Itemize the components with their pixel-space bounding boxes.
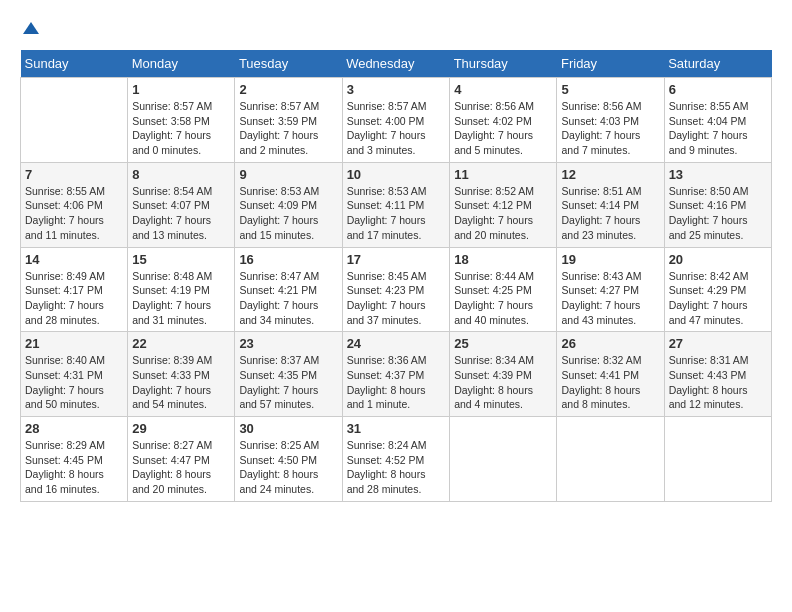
day-info: Sunrise: 8:40 AM Sunset: 4:31 PM Dayligh… (25, 353, 123, 412)
calendar-cell: 31Sunrise: 8:24 AM Sunset: 4:52 PM Dayli… (342, 417, 450, 502)
calendar-cell: 30Sunrise: 8:25 AM Sunset: 4:50 PM Dayli… (235, 417, 342, 502)
calendar-cell: 24Sunrise: 8:36 AM Sunset: 4:37 PM Dayli… (342, 332, 450, 417)
day-number: 30 (239, 421, 337, 436)
calendar-cell: 25Sunrise: 8:34 AM Sunset: 4:39 PM Dayli… (450, 332, 557, 417)
calendar-cell: 13Sunrise: 8:50 AM Sunset: 4:16 PM Dayli… (664, 162, 771, 247)
day-info: Sunrise: 8:27 AM Sunset: 4:47 PM Dayligh… (132, 438, 230, 497)
day-number: 21 (25, 336, 123, 351)
calendar-table: SundayMondayTuesdayWednesdayThursdayFrid… (20, 50, 772, 502)
day-info: Sunrise: 8:57 AM Sunset: 3:59 PM Dayligh… (239, 99, 337, 158)
day-number: 16 (239, 252, 337, 267)
calendar-cell: 14Sunrise: 8:49 AM Sunset: 4:17 PM Dayli… (21, 247, 128, 332)
day-number: 19 (561, 252, 659, 267)
day-number: 15 (132, 252, 230, 267)
day-number: 8 (132, 167, 230, 182)
day-number: 28 (25, 421, 123, 436)
calendar-cell: 5Sunrise: 8:56 AM Sunset: 4:03 PM Daylig… (557, 78, 664, 163)
calendar-cell: 20Sunrise: 8:42 AM Sunset: 4:29 PM Dayli… (664, 247, 771, 332)
day-number: 5 (561, 82, 659, 97)
calendar-cell: 29Sunrise: 8:27 AM Sunset: 4:47 PM Dayli… (128, 417, 235, 502)
day-number: 29 (132, 421, 230, 436)
day-info: Sunrise: 8:55 AM Sunset: 4:04 PM Dayligh… (669, 99, 767, 158)
calendar-cell: 11Sunrise: 8:52 AM Sunset: 4:12 PM Dayli… (450, 162, 557, 247)
weekday-header-thursday: Thursday (450, 50, 557, 78)
day-info: Sunrise: 8:54 AM Sunset: 4:07 PM Dayligh… (132, 184, 230, 243)
calendar-cell: 16Sunrise: 8:47 AM Sunset: 4:21 PM Dayli… (235, 247, 342, 332)
calendar-week-row: 21Sunrise: 8:40 AM Sunset: 4:31 PM Dayli… (21, 332, 772, 417)
day-info: Sunrise: 8:34 AM Sunset: 4:39 PM Dayligh… (454, 353, 552, 412)
calendar-cell: 3Sunrise: 8:57 AM Sunset: 4:00 PM Daylig… (342, 78, 450, 163)
day-number: 26 (561, 336, 659, 351)
day-info: Sunrise: 8:32 AM Sunset: 4:41 PM Dayligh… (561, 353, 659, 412)
calendar-week-row: 1Sunrise: 8:57 AM Sunset: 3:58 PM Daylig… (21, 78, 772, 163)
day-number: 10 (347, 167, 446, 182)
day-number: 1 (132, 82, 230, 97)
calendar-cell (21, 78, 128, 163)
calendar-cell: 2Sunrise: 8:57 AM Sunset: 3:59 PM Daylig… (235, 78, 342, 163)
day-info: Sunrise: 8:37 AM Sunset: 4:35 PM Dayligh… (239, 353, 337, 412)
day-info: Sunrise: 8:29 AM Sunset: 4:45 PM Dayligh… (25, 438, 123, 497)
calendar-cell: 12Sunrise: 8:51 AM Sunset: 4:14 PM Dayli… (557, 162, 664, 247)
calendar-cell (557, 417, 664, 502)
weekday-header-wednesday: Wednesday (342, 50, 450, 78)
day-info: Sunrise: 8:57 AM Sunset: 4:00 PM Dayligh… (347, 99, 446, 158)
calendar-cell: 21Sunrise: 8:40 AM Sunset: 4:31 PM Dayli… (21, 332, 128, 417)
calendar-cell: 10Sunrise: 8:53 AM Sunset: 4:11 PM Dayli… (342, 162, 450, 247)
day-info: Sunrise: 8:50 AM Sunset: 4:16 PM Dayligh… (669, 184, 767, 243)
day-info: Sunrise: 8:44 AM Sunset: 4:25 PM Dayligh… (454, 269, 552, 328)
calendar-week-row: 14Sunrise: 8:49 AM Sunset: 4:17 PM Dayli… (21, 247, 772, 332)
day-info: Sunrise: 8:52 AM Sunset: 4:12 PM Dayligh… (454, 184, 552, 243)
day-number: 7 (25, 167, 123, 182)
day-number: 14 (25, 252, 123, 267)
day-info: Sunrise: 8:53 AM Sunset: 4:11 PM Dayligh… (347, 184, 446, 243)
calendar-cell (450, 417, 557, 502)
day-number: 25 (454, 336, 552, 351)
day-info: Sunrise: 8:31 AM Sunset: 4:43 PM Dayligh… (669, 353, 767, 412)
calendar-cell: 4Sunrise: 8:56 AM Sunset: 4:02 PM Daylig… (450, 78, 557, 163)
day-number: 23 (239, 336, 337, 351)
day-info: Sunrise: 8:53 AM Sunset: 4:09 PM Dayligh… (239, 184, 337, 243)
day-info: Sunrise: 8:56 AM Sunset: 4:03 PM Dayligh… (561, 99, 659, 158)
day-number: 31 (347, 421, 446, 436)
page-header (20, 20, 772, 40)
calendar-cell: 8Sunrise: 8:54 AM Sunset: 4:07 PM Daylig… (128, 162, 235, 247)
day-number: 3 (347, 82, 446, 97)
day-number: 24 (347, 336, 446, 351)
day-info: Sunrise: 8:57 AM Sunset: 3:58 PM Dayligh… (132, 99, 230, 158)
calendar-cell: 1Sunrise: 8:57 AM Sunset: 3:58 PM Daylig… (128, 78, 235, 163)
day-number: 9 (239, 167, 337, 182)
logo (20, 20, 39, 40)
day-number: 4 (454, 82, 552, 97)
calendar-cell: 19Sunrise: 8:43 AM Sunset: 4:27 PM Dayli… (557, 247, 664, 332)
day-info: Sunrise: 8:24 AM Sunset: 4:52 PM Dayligh… (347, 438, 446, 497)
calendar-cell: 15Sunrise: 8:48 AM Sunset: 4:19 PM Dayli… (128, 247, 235, 332)
day-number: 12 (561, 167, 659, 182)
day-number: 2 (239, 82, 337, 97)
day-info: Sunrise: 8:48 AM Sunset: 4:19 PM Dayligh… (132, 269, 230, 328)
day-info: Sunrise: 8:39 AM Sunset: 4:33 PM Dayligh… (132, 353, 230, 412)
day-number: 17 (347, 252, 446, 267)
calendar-header-row: SundayMondayTuesdayWednesdayThursdayFrid… (21, 50, 772, 78)
calendar-cell: 27Sunrise: 8:31 AM Sunset: 4:43 PM Dayli… (664, 332, 771, 417)
weekday-header-monday: Monday (128, 50, 235, 78)
calendar-cell: 9Sunrise: 8:53 AM Sunset: 4:09 PM Daylig… (235, 162, 342, 247)
day-info: Sunrise: 8:36 AM Sunset: 4:37 PM Dayligh… (347, 353, 446, 412)
day-info: Sunrise: 8:42 AM Sunset: 4:29 PM Dayligh… (669, 269, 767, 328)
calendar-cell: 28Sunrise: 8:29 AM Sunset: 4:45 PM Dayli… (21, 417, 128, 502)
day-number: 6 (669, 82, 767, 97)
weekday-header-sunday: Sunday (21, 50, 128, 78)
day-number: 18 (454, 252, 552, 267)
day-number: 20 (669, 252, 767, 267)
calendar-cell: 23Sunrise: 8:37 AM Sunset: 4:35 PM Dayli… (235, 332, 342, 417)
weekday-header-friday: Friday (557, 50, 664, 78)
logo-icon (23, 20, 39, 40)
weekday-header-tuesday: Tuesday (235, 50, 342, 78)
day-info: Sunrise: 8:43 AM Sunset: 4:27 PM Dayligh… (561, 269, 659, 328)
day-info: Sunrise: 8:47 AM Sunset: 4:21 PM Dayligh… (239, 269, 337, 328)
svg-marker-0 (23, 22, 39, 34)
calendar-cell: 26Sunrise: 8:32 AM Sunset: 4:41 PM Dayli… (557, 332, 664, 417)
day-number: 11 (454, 167, 552, 182)
day-info: Sunrise: 8:49 AM Sunset: 4:17 PM Dayligh… (25, 269, 123, 328)
calendar-cell: 6Sunrise: 8:55 AM Sunset: 4:04 PM Daylig… (664, 78, 771, 163)
day-number: 22 (132, 336, 230, 351)
